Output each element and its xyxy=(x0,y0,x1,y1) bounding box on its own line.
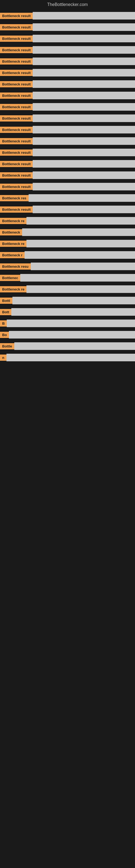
bottleneck-bar xyxy=(6,354,135,361)
bottleneck-section: Bottleneck result xyxy=(0,44,135,56)
bottleneck-label: Bottleneck result xyxy=(0,184,33,190)
bottleneck-label: Bottleneck result xyxy=(0,115,33,122)
bottleneck-label: Bottleneck result xyxy=(0,150,33,156)
list-item[interactable]: Bottleneck result xyxy=(0,172,135,179)
bottleneck-section: Bottleneck result xyxy=(0,147,135,158)
list-item[interactable]: Bottleneck result xyxy=(0,92,135,99)
bottleneck-bar xyxy=(33,35,135,42)
bottleneck-section: Bo xyxy=(0,329,135,341)
bottleneck-label: Bottleneck result xyxy=(0,13,33,19)
bottleneck-label: Bottlenec xyxy=(0,275,20,281)
bottleneck-bar xyxy=(33,172,135,179)
list-item[interactable]: Bottleneck result xyxy=(0,126,135,133)
bottleneck-label: Bottle xyxy=(0,343,14,349)
bottleneck-bar xyxy=(7,319,135,327)
bottleneck-bar xyxy=(33,58,135,65)
list-item[interactable]: Bottleneck result xyxy=(0,58,135,65)
bottleneck-section: Bottlenec xyxy=(0,272,135,284)
bottleneck-label: Bottleneck xyxy=(0,229,22,236)
list-item[interactable]: Bottleneck resu xyxy=(0,262,135,270)
list-item[interactable]: Bott xyxy=(0,308,135,316)
bottleneck-section: Bottleneck result xyxy=(0,181,135,193)
list-item[interactable]: Bottleneck result xyxy=(0,206,135,213)
list-item[interactable]: Bottleneck re xyxy=(0,285,135,293)
list-item[interactable]: Bo xyxy=(0,331,135,339)
bottleneck-label: Bottleneck result xyxy=(0,172,33,179)
bottleneck-bar xyxy=(33,92,135,99)
bottleneck-bar xyxy=(27,285,135,293)
bottleneck-label: Bottleneck result xyxy=(0,161,33,167)
bottleneck-section: Bottleneck result xyxy=(0,33,135,44)
bottleneck-bar xyxy=(14,342,135,350)
list-item[interactable]: Bottle xyxy=(0,342,135,350)
bottleneck-section: Bottleneck xyxy=(0,227,135,238)
bottleneck-bar xyxy=(33,126,135,133)
bottleneck-section: Bottleneck re xyxy=(0,284,135,295)
list-item[interactable]: Bottleneck result xyxy=(0,80,135,88)
bottleneck-bar xyxy=(27,240,135,247)
list-item[interactable]: Bottleneck result xyxy=(0,160,135,167)
bottleneck-bar xyxy=(20,274,135,282)
bottleneck-bar xyxy=(9,331,135,339)
bottleneck-section: Bottleneck result xyxy=(0,56,135,67)
list-item[interactable]: Bottleneck xyxy=(0,228,135,236)
bottleneck-section: B xyxy=(0,318,135,329)
bottleneck-section: Bottle xyxy=(0,341,135,352)
bottleneck-label: n xyxy=(0,354,6,361)
list-item[interactable]: Bottlenec xyxy=(0,274,135,282)
bottleneck-bar xyxy=(12,297,135,304)
bottleneck-bar xyxy=(33,160,135,167)
bottleneck-bar xyxy=(22,228,135,236)
bottleneck-section: Bottleneck result xyxy=(0,158,135,170)
bottleneck-section xyxy=(0,364,135,367)
list-item[interactable]: Bottl xyxy=(0,297,135,304)
bottleneck-bar xyxy=(33,149,135,156)
bottleneck-bar xyxy=(25,251,135,259)
list-item[interactable]: Bottleneck result xyxy=(0,115,135,122)
bottleneck-section: Bottleneck result xyxy=(0,135,135,147)
list-item[interactable]: Bottleneck result xyxy=(0,35,135,42)
list-item[interactable]: Bottleneck result xyxy=(0,23,135,31)
list-item[interactable]: Bottleneck result xyxy=(0,137,135,145)
bottleneck-section: n xyxy=(0,352,135,364)
list-item[interactable]: Bottleneck result xyxy=(0,149,135,156)
list-item[interactable]: Bottleneck result xyxy=(0,46,135,54)
bottleneck-section: Bottleneck re xyxy=(0,215,135,227)
list-item[interactable]: Bottleneck res xyxy=(0,194,135,202)
bottleneck-label: Bottleneck result xyxy=(0,104,33,110)
bottleneck-bar xyxy=(31,262,135,270)
bottleneck-section: Bottleneck result xyxy=(0,204,135,215)
bottleneck-label: Bottleneck result xyxy=(0,47,33,53)
bottleneck-section: Bottleneck resu xyxy=(0,261,135,272)
bottleneck-label: Bo xyxy=(0,332,9,338)
bottleneck-bar xyxy=(33,183,135,190)
bottleneck-section xyxy=(0,367,135,370)
bottleneck-section: Bott xyxy=(0,307,135,318)
list-item[interactable]: B xyxy=(0,319,135,327)
bottleneck-section: Bottleneck res xyxy=(0,193,135,204)
list-item[interactable]: Bottleneck result xyxy=(0,12,135,20)
bottleneck-label: Bottleneck result xyxy=(0,127,33,133)
bottleneck-section xyxy=(0,373,135,376)
list-item[interactable]: Bottleneck result xyxy=(0,69,135,76)
bottleneck-section: Bottleneck re xyxy=(0,238,135,250)
bottleneck-section: Bottleneck result xyxy=(0,124,135,135)
list-item[interactable]: Bottleneck re xyxy=(0,217,135,225)
bottleneck-label: Bottleneck result xyxy=(0,58,33,65)
bottleneck-section: Bottleneck result xyxy=(0,170,135,181)
bottleneck-section: Bottl xyxy=(0,295,135,307)
bottleneck-bar xyxy=(33,206,135,213)
bottleneck-section: Bottleneck result xyxy=(0,90,135,101)
list-item[interactable]: Bottleneck re xyxy=(0,240,135,247)
bottleneck-bar xyxy=(33,69,135,76)
bottleneck-section: Bottleneck result xyxy=(0,10,135,22)
list-item[interactable]: Bottleneck result xyxy=(0,103,135,111)
list-item[interactable]: Bottleneck r xyxy=(0,251,135,259)
bottleneck-label: Bottleneck r xyxy=(0,252,25,258)
list-item[interactable]: n xyxy=(0,354,135,361)
bottleneck-section: Bottleneck result xyxy=(0,113,135,124)
list-item[interactable]: Bottleneck result xyxy=(0,183,135,190)
bottleneck-label: Bottleneck result xyxy=(0,35,33,42)
bottleneck-label: Bottleneck result xyxy=(0,138,33,144)
bottleneck-bar xyxy=(11,308,135,316)
